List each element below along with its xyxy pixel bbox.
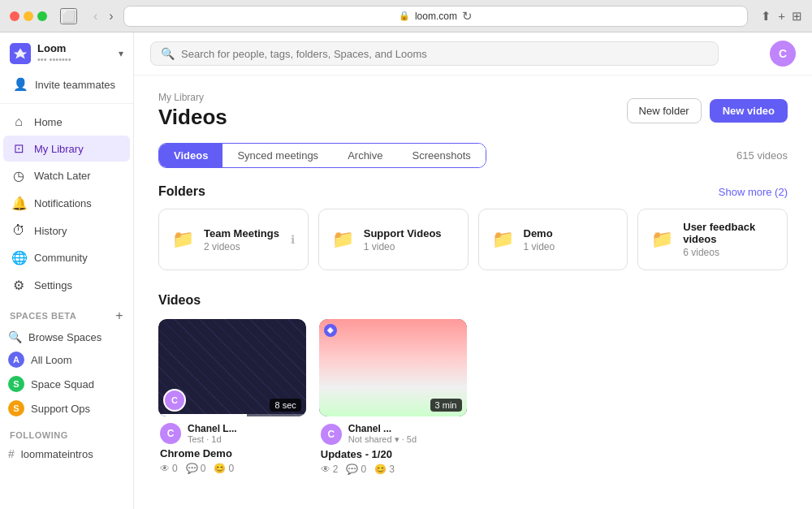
account-switcher[interactable]: Loom ••• ••••••• ▾ <box>0 32 133 71</box>
add-space-button[interactable]: + <box>115 308 123 323</box>
browser-window-controls <box>10 11 47 21</box>
browser-action-buttons: ⬆ + ⊞ <box>761 9 802 24</box>
show-more-button[interactable]: Show more (2) <box>719 186 788 198</box>
folder-team-meetings[interactable]: 📁 Team Meetings 2 videos ℹ <box>158 209 309 270</box>
topbar: 🔍 C <box>134 32 812 75</box>
folder-support-videos[interactable]: 📁 Support Videos 1 video <box>318 209 469 270</box>
new-video-button[interactable]: New video <box>710 99 788 123</box>
maximize-window-button[interactable] <box>37 11 47 21</box>
folder-info: Team Meetings 2 videos <box>204 227 281 252</box>
spaces-label: Spaces Beta <box>10 311 76 321</box>
progress-fill <box>158 414 247 416</box>
video-card-updates[interactable]: 3 min C Chanel ... Not shared ▾ · 5d <box>319 319 467 478</box>
sidebar-toggle-button[interactable]: ⬜ <box>60 8 77 24</box>
search-input[interactable] <box>181 48 708 60</box>
search-bar[interactable]: 🔍 <box>150 41 719 66</box>
browser-back-button[interactable]: ‹ <box>90 7 101 25</box>
sharing-status: Not shared <box>348 434 392 444</box>
sidebar-item-community[interactable]: 🌐 Community <box>3 244 130 271</box>
support-ops-label: Support Ops <box>31 403 90 415</box>
tab-archive[interactable]: Archive <box>333 144 397 167</box>
sidebar-item-browse-spaces[interactable]: 🔍 Browse Spaces <box>0 326 133 347</box>
video-title: Chrome Demo <box>160 447 304 459</box>
tab-synced-meetings[interactable]: Synced meetings <box>222 144 333 167</box>
folder-icon: 📁 <box>172 229 194 250</box>
folder-count: 1 video <box>364 241 455 252</box>
video-thumbnail: C 8 sec <box>158 319 306 416</box>
sidebar-item-settings-label: Settings <box>34 279 72 291</box>
address-bar[interactable]: 🔒 loom.com ↻ <box>123 6 749 27</box>
close-window-button[interactable] <box>10 11 19 21</box>
video-card-chrome-demo[interactable]: C 8 sec C Chanel L... <box>158 319 306 478</box>
folder-name: Team Meetings <box>204 227 281 239</box>
folder-name: Demo <box>524 227 615 239</box>
grid-button[interactable]: ⊞ <box>792 9 802 24</box>
sidebar-divider <box>0 103 133 104</box>
folder-icon: 📁 <box>332 229 354 250</box>
author-meta: Not shared ▾ · 5d <box>348 434 417 445</box>
sidebar-item-space-squad[interactable]: S Space Squad <box>0 372 133 396</box>
sidebar-item-watch-later[interactable]: ◷ Watch Later <box>3 162 130 189</box>
browser-nav: ‹ › <box>90 7 117 25</box>
folder-icon: 📁 <box>492 229 514 250</box>
view-count: 👁 2 <box>321 464 339 475</box>
space-squad-label: Space Squad <box>31 378 94 390</box>
sidebar-item-history-label: History <box>34 225 67 237</box>
author-meta: Test · 1d <box>188 434 237 444</box>
reaction-count: 😊 0 <box>214 463 234 474</box>
user-initial: C <box>779 47 787 60</box>
info-icon[interactable]: ℹ <box>291 233 295 246</box>
new-folder-button[interactable]: New folder <box>627 98 702 123</box>
loom-badge <box>324 324 337 337</box>
videos-grid: C 8 sec C Chanel L... <box>158 319 788 478</box>
loom-logo-icon <box>10 43 31 64</box>
folder-user-feedback[interactable]: 📁 User feedback videos 6 videos <box>637 209 788 270</box>
author-avatar: C <box>160 423 181 444</box>
reaction-count: 😊 3 <box>374 464 395 475</box>
sidebar-item-home[interactable]: ⌂ Home <box>3 109 130 135</box>
sidebar-item-my-library[interactable]: ⊡ My Library <box>3 136 130 162</box>
sidebar-item-loommateintros[interactable]: # loommateintros <box>0 443 133 464</box>
all-loom-label: All Loom <box>31 354 72 366</box>
tab-screenshots[interactable]: Screenshots <box>397 144 485 167</box>
video-info: C Chanel L... Test · 1d Chrome Demo <box>158 416 306 477</box>
space-squad-avatar: S <box>8 376 24 392</box>
sidebar-item-settings[interactable]: ⚙ Settings <box>3 272 130 299</box>
folders-section-header: Folders Show more (2) <box>158 184 788 199</box>
new-tab-button[interactable]: + <box>778 9 785 24</box>
sidebar-item-my-library-label: My Library <box>34 143 84 155</box>
sidebar-item-all-loom[interactable]: A All Loom <box>0 347 133 372</box>
video-info: C Chanel ... Not shared ▾ · 5d Updates - <box>319 416 467 478</box>
url-text: loom.com <box>415 11 457 22</box>
title-area: My Library Videos <box>158 92 227 130</box>
refresh-button[interactable]: ↻ <box>462 9 473 24</box>
comment-count: 💬 0 <box>186 463 206 474</box>
folder-count: 6 videos <box>683 247 774 258</box>
author-name: Chanel ... <box>348 423 417 434</box>
author-team: Test <box>188 434 204 444</box>
view-count: 👁 0 <box>160 463 178 474</box>
folder-info: User feedback videos 6 videos <box>683 221 774 258</box>
sidebar-item-history[interactable]: ⏱ History <box>3 218 130 244</box>
tab-videos[interactable]: Videos <box>159 144 222 167</box>
folder-demo[interactable]: 📁 Demo 1 video <box>478 209 628 270</box>
share-button[interactable]: ⬆ <box>761 9 771 24</box>
bell-icon: 🔔 <box>11 196 26 211</box>
sidebar-item-notifications[interactable]: 🔔 Notifications <box>3 190 130 217</box>
library-icon: ⊡ <box>11 141 26 156</box>
following-section-header: Following <box>0 421 133 443</box>
sidebar: Loom ••• ••••••• ▾ 👤 Invite teammates ⌂ … <box>0 32 134 509</box>
video-time-ago: 5d <box>407 434 417 444</box>
search-icon: 🔍 <box>8 330 22 343</box>
main-nav: ⌂ Home ⊡ My Library ◷ Watch Later 🔔 Noti… <box>0 109 133 299</box>
following-item-label: loommateintros <box>21 448 93 460</box>
browser-forward-button[interactable]: › <box>106 7 116 25</box>
header-actions: New folder New video <box>627 98 788 123</box>
app-container: Loom ••• ••••••• ▾ 👤 Invite teammates ⌂ … <box>0 32 812 509</box>
video-time-ago: 1d <box>211 434 221 444</box>
user-avatar[interactable]: C <box>770 41 796 67</box>
minimize-window-button[interactable] <box>24 11 33 21</box>
invite-teammates-button[interactable]: 👤 Invite teammates <box>3 71 130 98</box>
sidebar-item-support-ops[interactable]: S Support Ops <box>0 396 133 421</box>
progress-bar <box>158 414 306 416</box>
